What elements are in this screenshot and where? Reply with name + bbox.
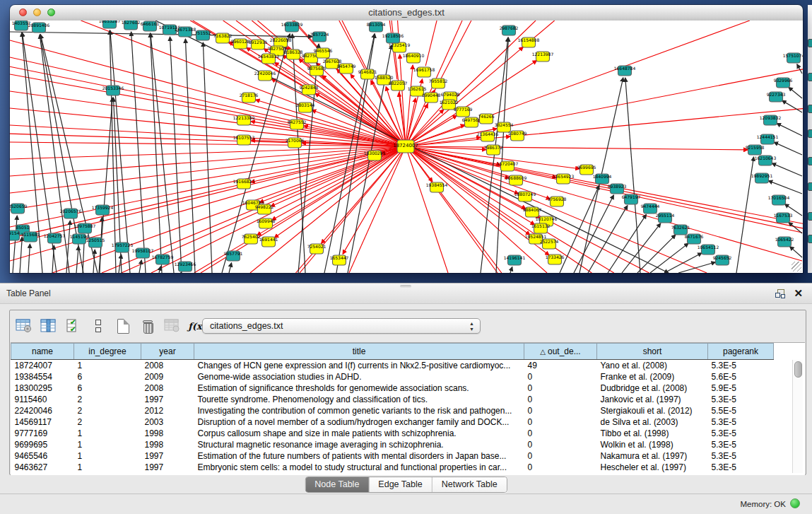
cell-in_degree[interactable]: 1: [74, 428, 141, 439]
tab-network-table[interactable]: Network Table: [433, 477, 507, 492]
row-height-button[interactable]: [89, 317, 107, 335]
cell-name[interactable]: 9777169: [11, 428, 74, 439]
cell-in_degree[interactable]: 1: [74, 462, 141, 473]
window-resize-grip[interactable]: [792, 262, 801, 271]
cell-name[interactable]: 18300295: [11, 382, 74, 394]
cell-pagerank[interactable]: 5.3E-5: [708, 462, 774, 473]
column-header-title[interactable]: title: [194, 344, 524, 360]
cell-out_de[interactable]: 0: [524, 462, 597, 473]
column-header-name[interactable]: name: [11, 344, 74, 360]
cell-short[interactable]: de Silva et al. (2003): [597, 416, 708, 428]
cell-year[interactable]: 2009: [141, 371, 194, 382]
cell-in_degree[interactable]: 1: [74, 439, 141, 450]
cell-year[interactable]: 1998: [141, 428, 194, 439]
cell-short[interactable]: Franke et al. (2009): [597, 371, 708, 382]
cell-year[interactable]: 1997: [141, 462, 194, 473]
table-row[interactable]: 977716911998Corpus callosum shape and si…: [11, 428, 774, 439]
cell-title[interactable]: Estimation of significance thresholds fo…: [194, 382, 524, 394]
cell-pagerank[interactable]: 5.3E-5: [708, 428, 774, 439]
cell-out_de[interactable]: 0: [524, 382, 597, 394]
cell-pagerank[interactable]: 5.3E-5: [708, 394, 774, 405]
cell-short[interactable]: Hescheler et al. (1997): [597, 462, 708, 473]
cell-pagerank[interactable]: 5.5E-5: [708, 405, 774, 416]
cell-title[interactable]: Tourette syndrome. Phenomenology and cla…: [194, 394, 524, 405]
cell-year[interactable]: 1997: [141, 450, 194, 462]
cell-in_degree[interactable]: 2: [74, 416, 141, 428]
table-row[interactable]: 1456911722003Disruption of a novel membe…: [11, 416, 774, 428]
table-row[interactable]: 1872400712008Changes of HCN gene express…: [11, 360, 774, 372]
cell-out_de[interactable]: 0: [524, 450, 597, 462]
network-view-window[interactable]: citations_edges.txt 71638228960128891293…: [10, 5, 803, 273]
cell-short[interactable]: Wolkin et al. (1998): [597, 439, 708, 450]
cell-name[interactable]: 22420046: [11, 405, 74, 416]
table-row[interactable]: 946362711997Embryonic stem cells: a mode…: [11, 462, 774, 473]
cell-year[interactable]: 2003: [141, 416, 194, 428]
cell-short[interactable]: Yano et al. (2008): [597, 360, 708, 372]
cell-name[interactable]: 14569117: [11, 416, 74, 428]
cell-in_degree[interactable]: 6: [74, 371, 141, 382]
cell-title[interactable]: Genome-wide association studies in ADHD.: [194, 371, 524, 382]
cell-name[interactable]: 9699695: [11, 439, 74, 450]
new-table-button[interactable]: [114, 317, 132, 335]
column-header-pagerank[interactable]: pagerank: [708, 344, 774, 360]
table-scrollbar-track[interactable]: [792, 360, 803, 473]
window-titlebar[interactable]: citations_edges.txt: [10, 5, 803, 21]
select-columns-button[interactable]: ✔✔: [64, 317, 83, 335]
cell-in_degree[interactable]: 2: [74, 394, 141, 405]
cell-name[interactable]: 9463627: [11, 462, 74, 473]
citation-network-graph[interactable]: 7163822896012889129352822605898275051654…: [10, 21, 803, 273]
column-header-out_de[interactable]: △out_de...: [524, 344, 597, 360]
cell-in_degree[interactable]: 1: [74, 360, 141, 372]
cell-year[interactable]: 2012: [141, 405, 194, 416]
cell-title[interactable]: Disruption of a novel member of a sodium…: [194, 416, 524, 428]
cell-in_degree[interactable]: 6: [74, 382, 141, 394]
cell-title[interactable]: Structural magnetic resonance image aver…: [194, 439, 524, 450]
tab-edge-table[interactable]: Edge Table: [369, 477, 432, 492]
cell-year[interactable]: 1997: [141, 394, 194, 405]
tab-node-table[interactable]: Node Table: [305, 477, 369, 492]
column-header-short[interactable]: short: [597, 344, 708, 360]
cell-title[interactable]: Embryonic stem cells: a model to study s…: [194, 462, 524, 473]
table-row[interactable]: 911546021997Tourette syndrome. Phenomeno…: [11, 394, 774, 405]
cell-short[interactable]: Jankovic et al. (1997): [597, 394, 708, 405]
cell-name[interactable]: 9115460: [11, 394, 74, 405]
table-source-select[interactable]: citations_edges.txt ▲▼: [202, 318, 481, 334]
cell-year[interactable]: 1998: [141, 439, 194, 450]
cell-out_de[interactable]: 49: [524, 360, 597, 372]
cell-title[interactable]: Changes of HCN gene expression and I(f) …: [194, 360, 524, 372]
table-settings-button[interactable]: [15, 317, 33, 335]
column-header-in_degree[interactable]: in_degree: [74, 344, 141, 360]
cell-out_de[interactable]: 0: [524, 394, 597, 405]
cell-short[interactable]: Dudbridge et al. (2008): [597, 382, 708, 394]
cell-short[interactable]: Tibbo et al. (1998): [597, 428, 708, 439]
cell-pagerank[interactable]: 5.3E-5: [708, 360, 774, 372]
table-row[interactable]: 1938455462009Genome-wide association stu…: [11, 371, 774, 382]
cell-name[interactable]: 19384554: [11, 371, 74, 382]
cell-year[interactable]: 2008: [141, 360, 194, 372]
cell-pagerank[interactable]: 5.3E-5: [708, 416, 774, 428]
table-row[interactable]: 2242004622012Investigating the contribut…: [11, 405, 774, 416]
cell-short[interactable]: Nakamura et al. (1997): [597, 450, 708, 462]
cell-pagerank[interactable]: 5.6E-5: [708, 371, 774, 382]
cell-pagerank[interactable]: 5.9E-5: [708, 382, 774, 394]
cell-out_de[interactable]: 0: [524, 428, 597, 439]
table-row[interactable]: 969969511998Structural magnetic resonanc…: [11, 439, 774, 450]
splitter-handle[interactable]: [400, 285, 411, 288]
delete-table-button[interactable]: [139, 317, 157, 335]
cell-year[interactable]: 2008: [141, 382, 194, 394]
cell-title[interactable]: Investigating the contribution of common…: [194, 405, 524, 416]
cell-name[interactable]: 9465546: [11, 450, 74, 462]
cell-pagerank[interactable]: 5.3E-5: [708, 439, 774, 450]
cell-out_de[interactable]: 0: [524, 405, 597, 416]
table-row[interactable]: 1830029562008Estimation of significance …: [11, 382, 774, 394]
close-panel-icon[interactable]: ✕: [794, 287, 803, 300]
cell-in_degree[interactable]: 1: [74, 450, 141, 462]
column-header-year[interactable]: year: [141, 344, 194, 360]
cell-title[interactable]: Estimation of the future numbers of pati…: [194, 450, 524, 462]
cell-pagerank[interactable]: 5.3E-5: [708, 450, 774, 462]
cell-name[interactable]: 18724007: [11, 360, 74, 372]
table-row[interactable]: 946554611997Estimation of the future num…: [11, 450, 774, 462]
cell-out_de[interactable]: 0: [524, 371, 597, 382]
cell-short[interactable]: Stergiakouli et al. (2012): [597, 405, 708, 416]
cell-in_degree[interactable]: 2: [74, 405, 141, 416]
